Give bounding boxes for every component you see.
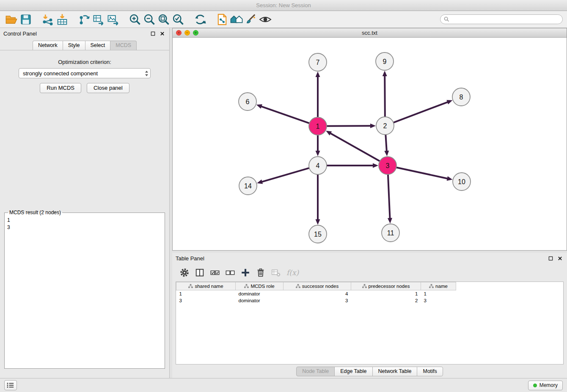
optimization-criterion-label: Optimization criterion: xyxy=(0,59,169,65)
memory-button[interactable]: Memory xyxy=(528,381,563,390)
node-4[interactable]: 4 xyxy=(309,157,327,174)
close-panel-button[interactable]: Close panel xyxy=(87,83,129,93)
cell-MCDS-role[interactable]: dominator xyxy=(236,297,284,304)
import-network-icon[interactable] xyxy=(41,12,55,27)
search-input[interactable] xyxy=(451,16,559,23)
edge-1-7[interactable] xyxy=(316,72,320,117)
close-table-panel-icon[interactable] xyxy=(556,255,564,262)
edge-1-2[interactable] xyxy=(327,124,376,128)
close-window-icon[interactable]: × xyxy=(176,30,182,36)
float-panel-icon[interactable] xyxy=(149,30,157,37)
node-10[interactable]: 10 xyxy=(453,173,471,190)
edge-3-10[interactable] xyxy=(396,167,453,180)
cell-successor-nodes[interactable]: 3 xyxy=(284,297,351,304)
table-row[interactable]: 1dominator411 xyxy=(176,290,456,297)
node-6[interactable]: 6 xyxy=(239,93,256,110)
edge-2-3[interactable] xyxy=(384,135,389,156)
table-tab-edge-table[interactable]: Edge Table xyxy=(334,367,372,376)
minimize-window-icon[interactable]: − xyxy=(184,30,190,36)
control-tab-style[interactable]: Style xyxy=(63,41,85,50)
column-layout-icon[interactable] xyxy=(193,266,206,279)
cell-MCDS-role[interactable]: dominator xyxy=(236,290,284,297)
export-network-icon[interactable] xyxy=(77,12,91,27)
save-session-icon[interactable] xyxy=(19,12,33,27)
control-tab-network[interactable]: Network xyxy=(33,41,63,50)
column-edit-icon xyxy=(244,284,249,288)
network-canvas[interactable]: 7968124314101511 xyxy=(173,38,567,250)
node-9[interactable]: 9 xyxy=(376,52,394,70)
criterion-dropdown[interactable]: strongly connected component xyxy=(19,68,151,78)
column-header-name[interactable]: name xyxy=(421,282,456,290)
control-tab-select[interactable]: Select xyxy=(85,41,111,50)
node-8[interactable]: 8 xyxy=(452,88,470,106)
import-table-icon[interactable] xyxy=(55,12,69,27)
zoom-in-icon[interactable] xyxy=(128,12,142,27)
table-row[interactable]: 3dominator323 xyxy=(176,297,456,304)
export-image-icon[interactable] xyxy=(106,12,120,27)
add-column-icon[interactable] xyxy=(239,266,252,279)
clear-selection-icon[interactable] xyxy=(224,266,237,279)
close-panel-icon[interactable] xyxy=(158,30,166,37)
edge-2-8[interactable] xyxy=(394,100,453,122)
cell-successor-nodes[interactable]: 4 xyxy=(284,290,351,297)
zoom-out-icon[interactable] xyxy=(142,12,157,27)
edge-4-3[interactable] xyxy=(327,163,378,168)
cell-name[interactable]: 3 xyxy=(421,297,456,304)
table-tab-motifs[interactable]: Motifs xyxy=(417,367,443,376)
hide-panels-button[interactable] xyxy=(4,380,17,390)
mcds-result-title: MCDS result (2 nodes) xyxy=(8,210,62,215)
network-window-title: scc.txt xyxy=(173,30,567,36)
edge-1-4[interactable] xyxy=(316,135,320,156)
node-11[interactable]: 11 xyxy=(382,224,399,242)
node-1[interactable]: 1 xyxy=(309,117,327,135)
cell-predecessor-nodes[interactable]: 1 xyxy=(351,290,421,297)
run-mcds-button[interactable]: Run MCDS xyxy=(40,83,81,93)
mcds-buttons-row: Run MCDS Close panel xyxy=(0,83,169,93)
first-neighbors-icon[interactable] xyxy=(229,12,244,27)
table-tab-node-table[interactable]: Node Table xyxy=(296,367,335,376)
open-session-icon[interactable] xyxy=(4,12,19,27)
cell-shared-name[interactable]: 3 xyxy=(176,297,236,304)
search-box[interactable] xyxy=(440,14,563,24)
zoom-fit-icon[interactable] xyxy=(157,12,171,27)
column-header-label: successor nodes xyxy=(302,284,339,289)
delete-column-icon[interactable] xyxy=(254,266,267,279)
node-7[interactable]: 7 xyxy=(309,53,327,71)
control-tab-mcds[interactable]: MCDS xyxy=(110,41,137,50)
column-header-successor-nodes[interactable]: successor nodes xyxy=(284,282,351,290)
export-table-icon[interactable] xyxy=(91,12,106,27)
node-15[interactable]: 15 xyxy=(309,225,327,243)
zoom-selected-icon[interactable] xyxy=(171,12,185,27)
edge-2-9[interactable] xyxy=(383,71,387,117)
column-header-label: MCDS role xyxy=(250,284,274,289)
edge-3-1[interactable] xyxy=(326,131,380,161)
maximize-window-icon[interactable]: + xyxy=(193,30,198,36)
column-header-MCDS-role[interactable]: MCDS role xyxy=(236,282,284,290)
node-14[interactable]: 14 xyxy=(239,177,257,195)
edge-3-11[interactable] xyxy=(388,174,392,224)
svg-text:3: 3 xyxy=(386,162,390,169)
edge-1-6[interactable] xyxy=(256,104,309,123)
cell-shared-name[interactable]: 1 xyxy=(176,290,236,297)
clone-network-icon[interactable] xyxy=(215,12,229,27)
node-2[interactable]: 2 xyxy=(376,117,394,135)
cell-predecessor-nodes[interactable]: 2 xyxy=(351,297,421,304)
cell-name[interactable]: 1 xyxy=(421,290,456,297)
select-all-icon[interactable] xyxy=(209,266,221,279)
gear-icon[interactable] xyxy=(178,266,191,279)
table-tab-network-table[interactable]: Network Table xyxy=(372,367,418,376)
delete-table-icon[interactable] xyxy=(270,266,282,279)
function-builder-icon[interactable]: f(x) xyxy=(285,268,300,277)
column-header-shared-name[interactable]: shared name xyxy=(176,282,236,290)
node-3[interactable]: 3 xyxy=(379,157,396,174)
edge-4-15[interactable] xyxy=(316,174,320,225)
show-hide-icon[interactable] xyxy=(258,12,272,27)
mcds-result-box: MCDS result (2 nodes) 13 xyxy=(4,210,165,369)
edge-4-14[interactable] xyxy=(257,168,309,184)
column-header-label: name xyxy=(435,284,448,289)
style-paint-icon[interactable] xyxy=(244,12,258,27)
mcds-result-list: 13 xyxy=(7,217,162,231)
refresh-layout-icon[interactable] xyxy=(193,12,207,27)
float-table-panel-icon[interactable] xyxy=(547,255,554,262)
column-header-predecessor-nodes[interactable]: predecessor nodes xyxy=(351,282,421,290)
